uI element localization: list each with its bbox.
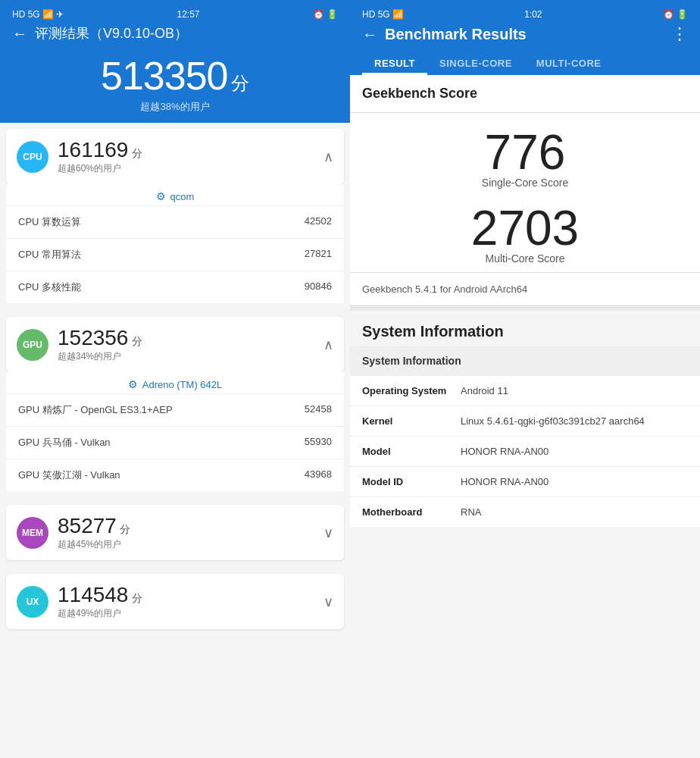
single-core-label: Single-Core Score [482,177,568,189]
mem-score-unit: 分 [120,523,130,535]
left-time: 12:57 [177,9,199,20]
cpu-row-label-2: CPU 多核性能 [18,280,81,294]
system-info-section-title: System Information [350,311,700,346]
left-back-button[interactable]: ← [12,25,27,42]
cpu-chip-row: ⚙ qcom [6,184,344,205]
cpu-row-label-1: CPU 常用算法 [18,248,81,262]
sysinfo-val-4: RNA [461,506,688,518]
right-status-icons: HD 5G 📶 [362,9,404,20]
gpu-chevron-icon[interactable]: ∧ [323,337,333,353]
left-total-score: 513350 [101,54,228,98]
left-status-icons: HD 5G 📶 ✈ [12,9,64,20]
gpu-row-label-0: GPU 精炼厂 - OpenGL ES3.1+AEP [18,403,173,417]
ux-score-unit: 分 [132,592,142,604]
system-info-header-text: System Information [362,355,461,367]
cpu-chevron-icon[interactable]: ∧ [323,149,333,165]
cpu-chip-icon: ⚙ [156,190,166,202]
left-score-area: 513350 分 超越38%的用户 [12,47,338,117]
cpu-row-value-0: 42502 [305,215,332,229]
right-time: 1:02 [524,9,542,20]
sysinfo-key-3: Model ID [362,476,461,487]
multi-core-label: Multi-Core Score [485,252,564,265]
gpu-sub-rows: GPU 精炼厂 - OpenGL ES3.1+AEP 52458 GPU 兵马俑… [6,393,344,491]
right-status-bar: HD 5G 📶 1:02 ⏰ 🔋 [362,9,688,20]
cpu-badge: CPU [17,141,48,173]
left-panel: HD 5G 📶 ✈ 12:57 ⏰ 🔋 ← 评测结果（V9.0.10-OB） 5… [0,0,350,758]
gpu-score-unit: 分 [132,335,142,347]
mem-score-card[interactable]: MEM 85277 分 超越45%的用户 ∨ [6,505,344,560]
table-row: Motherboard RNA [350,496,700,527]
ux-score-value: 114548 [58,583,128,606]
cpu-score-card[interactable]: CPU 161169 分 超越60%的用户 ∧ [6,129,344,184]
geekbench-version-row: Geekbench 5.4.1 for Android AArch64 [350,273,700,311]
gpu-score-info: 152356 分 超越34%的用户 [58,326,323,363]
gpu-row-label-2: GPU 笑傲江湖 - Vulkan [18,468,120,482]
table-row: CPU 算数运算 42502 [6,205,344,238]
left-score-unit: 分 [231,73,249,93]
sysinfo-key-4: Motherboard [362,506,461,518]
mem-percentile: 超越45%的用户 [58,538,323,551]
ux-chevron-icon[interactable]: ∨ [323,594,333,610]
right-nav: ← Benchmark Results ⋮ [362,24,688,44]
mem-chevron-icon[interactable]: ∨ [323,525,333,541]
sysinfo-val-0: Android 11 [461,385,688,396]
left-battery: ⏰ 🔋 [313,9,338,20]
cpu-row-value-1: 27821 [305,248,332,262]
gpu-chip-icon: ⚙ [128,378,138,390]
cpu-score-info: 161169 分 超越60%的用户 [58,138,323,175]
table-row: Model HONOR RNA-AN00 [350,436,700,466]
cpu-chip-label: qcom [170,191,195,202]
left-score-percentile: 超越38%的用户 [12,100,338,114]
right-more-button[interactable]: ⋮ [671,24,688,44]
table-row: Model ID HONOR RNA-AN00 [350,466,700,496]
table-row: CPU 常用算法 27821 [6,238,344,271]
tab-multi-core[interactable]: MULTI-CORE [524,50,614,75]
cpu-sub-rows: CPU 算数运算 42502 CPU 常用算法 27821 CPU 多核性能 9… [6,205,344,303]
left-status-bar: HD 5G 📶 ✈ 12:57 ⏰ 🔋 [12,9,338,20]
table-row: GPU 精炼厂 - OpenGL ES3.1+AEP 52458 [6,393,344,426]
sysinfo-key-0: Operating System [362,385,461,396]
system-info-table-header: System Information [350,346,700,375]
sysinfo-val-2: HONOR RNA-AN00 [461,446,688,457]
left-header: HD 5G 📶 ✈ 12:57 ⏰ 🔋 ← 评测结果（V9.0.10-OB） 5… [0,0,350,123]
cpu-score-unit: 分 [132,147,142,159]
single-core-score: 776 [485,128,566,177]
geekbench-scores: 776 Single-Core Score 2703 Multi-Core Sc… [350,113,700,273]
sysinfo-key-2: Model [362,446,461,457]
left-page-title: 评测结果（V9.0.10-OB） [35,24,188,42]
mem-badge: MEM [17,517,48,549]
left-content[interactable]: CPU 161169 分 超越60%的用户 ∧ ⚙ qcom CPU 算数运算 … [0,123,350,758]
right-panel: HD 5G 📶 1:02 ⏰ 🔋 ← Benchmark Results ⋮ R… [350,0,700,758]
tab-single-core[interactable]: SINGLE-CORE [427,50,524,75]
gpu-score-card[interactable]: GPU 152356 分 超越34%的用户 ∧ [6,317,344,372]
gpu-row-value-1: 55930 [305,436,332,449]
sysinfo-key-1: Kernel [362,415,461,427]
right-tabs: RESULT SINGLE-CORE MULTI-CORE [362,50,688,75]
ux-badge: UX [17,586,48,618]
cpu-row-value-2: 90846 [305,280,332,294]
gpu-row-value-2: 43968 [305,468,332,482]
right-page-title: Benchmark Results [385,26,671,43]
gpu-chip-row: ⚙ Adreno (TM) 642L [6,372,344,393]
table-row: CPU 多核性能 90846 [6,271,344,303]
left-nav: ← 评测结果（V9.0.10-OB） [12,24,338,42]
right-battery: ⏰ 🔋 [663,9,688,20]
right-header: HD 5G 📶 1:02 ⏰ 🔋 ← Benchmark Results ⋮ R… [350,0,700,75]
sysinfo-val-3: HONOR RNA-AN00 [461,476,688,487]
geekbench-version: Geekbench 5.4.1 for Android AArch64 [362,283,527,295]
mem-score-info: 85277 分 超越45%的用户 [58,514,323,551]
geekbench-header: Geekbench Score [350,75,700,113]
tab-result[interactable]: RESULT [362,50,427,75]
gpu-chip-label: Adreno (TM) 642L [142,379,223,390]
gpu-badge: GPU [17,329,48,361]
gpu-percentile: 超越34%的用户 [58,350,323,363]
table-row: GPU 笑傲江湖 - Vulkan 43968 [6,459,344,491]
gpu-score-value: 152356 [58,326,128,349]
cpu-score-value: 161169 [58,138,128,161]
ux-score-card[interactable]: UX 114548 分 超越49%的用户 ∨ [6,574,344,629]
gpu-row-label-1: GPU 兵马俑 - Vulkan [18,436,111,449]
right-content[interactable]: Geekbench Score 776 Single-Core Score 27… [350,75,700,758]
cpu-row-label-0: CPU 算数运算 [18,215,81,229]
right-back-button[interactable]: ← [362,26,377,43]
geekbench-title: Geekbench Score [362,86,477,101]
